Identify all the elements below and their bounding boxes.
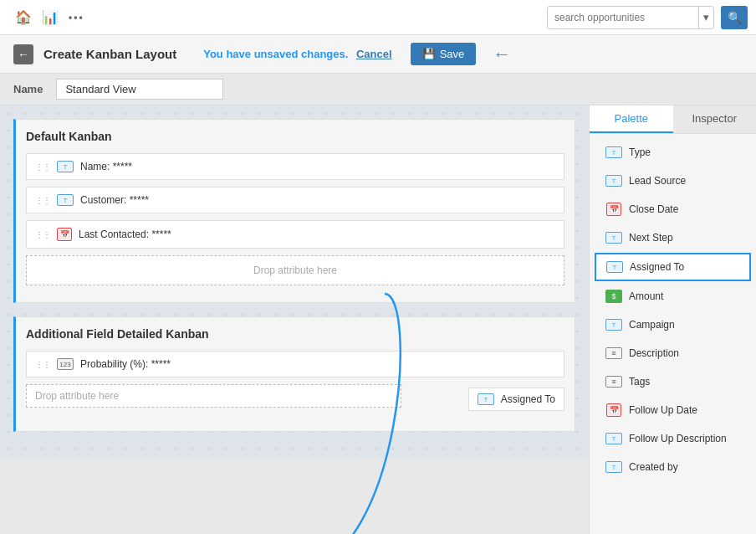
palette-item-label: Created by — [629, 461, 678, 473]
palette-item-label: Type — [629, 146, 651, 158]
follow-up-desc-icon: T — [605, 432, 622, 445]
palette-tabs: Palette Inspector — [590, 105, 756, 134]
name-row: Name — [0, 74, 756, 105]
back-arrow-icon: ← — [13, 44, 33, 64]
drag-handle: ⋮⋮ — [35, 196, 50, 205]
palette-item-description[interactable]: ≡ Description — [595, 340, 751, 367]
palette-item-created-by[interactable]: T Created by — [595, 454, 751, 480]
close-date-icon: 📅 — [605, 203, 622, 216]
topbar: 🏠 📊 ••• ▾ 🔍 — [0, 0, 756, 35]
palette-item-next-step[interactable]: T Next Step — [595, 224, 751, 251]
cancel-link[interactable]: Cancel — [356, 48, 392, 60]
amount-icon: $ — [605, 290, 622, 303]
text-field-icon: T — [57, 161, 74, 172]
palette-item-lead-source[interactable]: T Lead Source — [595, 167, 751, 194]
drag-handle: ⋮⋮ — [35, 360, 50, 369]
canvas-wrapper: Default Kanban ⋮⋮ T Name: ***** ⋮⋮ T Cus… — [0, 105, 589, 534]
palette-item-follow-up-date[interactable]: 📅 Follow Up Date — [595, 397, 751, 424]
palette-item-close-date[interactable]: 📅 Close Date — [595, 196, 751, 223]
number-field-icon: 123 — [57, 358, 74, 370]
field-label: Name: ***** — [80, 161, 132, 172]
palette-panel: Palette Inspector T Type T Lead Source — [589, 105, 756, 534]
search-box: ▾ — [547, 6, 714, 29]
tab-inspector[interactable]: Inspector — [673, 105, 757, 133]
campaign-icon: T — [605, 318, 622, 331]
palette-item-label: Lead Source — [629, 175, 686, 187]
dragged-item-label: Assigned To — [501, 393, 555, 405]
palette-item-label: Amount — [629, 290, 663, 302]
kanban-field-name[interactable]: ⋮⋮ T Name: ***** — [26, 153, 564, 180]
created-by-icon: T — [605, 460, 622, 474]
tab-palette[interactable]: Palette — [590, 105, 673, 133]
palette-item-follow-up-desc[interactable]: T Follow Up Description — [595, 425, 751, 452]
header-row: ← Create Kanban Layout You have unsaved … — [0, 35, 756, 74]
dragged-item[interactable]: T Assigned To — [468, 388, 564, 411]
palette-item-label: Description — [629, 347, 679, 359]
text-field-icon: T — [57, 194, 74, 206]
palette-item-label: Assigned To — [630, 261, 684, 273]
text-field-icon: T — [478, 393, 494, 405]
save-button[interactable]: 💾 Save — [411, 43, 477, 65]
palette-item-label: Follow Up Description — [629, 433, 727, 444]
palette-item-campaign[interactable]: T Campaign — [595, 311, 751, 338]
palette-item-amount[interactable]: $ Amount — [595, 283, 751, 310]
arrow-indicator: ← — [493, 44, 511, 65]
additional-kanban-section: Additional Field Detailed Kanban ⋮⋮ 123 … — [13, 316, 575, 432]
search-dropdown-button[interactable]: ▾ — [698, 7, 713, 28]
palette-item-assigned-to[interactable]: T Assigned To — [595, 253, 751, 281]
kanban-field-probability[interactable]: ⋮⋮ 123 Probability (%): ***** — [26, 351, 564, 377]
canvas-area: Default Kanban ⋮⋮ T Name: ***** ⋮⋮ T Cus… — [0, 105, 589, 459]
save-icon: 💾 — [422, 48, 436, 60]
palette-item-label: Close Date — [629, 203, 678, 215]
additional-kanban-title: Additional Field Detailed Kanban — [26, 327, 564, 341]
palette-item-label: Next Step — [629, 232, 673, 244]
unsaved-message: You have unsaved changes. Cancel — [203, 48, 391, 60]
next-step-icon: T — [605, 231, 622, 244]
name-input[interactable] — [56, 79, 223, 100]
palette-items-list: T Type T Lead Source 📅 Close Date — [590, 134, 756, 534]
chart-icon[interactable]: 📊 — [42, 9, 59, 25]
palette-item-label: Campaign — [629, 319, 675, 331]
drag-handle: ⋮⋮ — [35, 162, 50, 172]
search-input[interactable] — [548, 12, 698, 23]
drop-zone-with-item-row: Drop attribute here T Assigned To — [26, 384, 564, 414]
more-icon[interactable]: ••• — [69, 12, 84, 23]
palette-item-label: Tags — [629, 376, 650, 388]
field-label: Last Contacted: ***** — [79, 228, 171, 240]
kanban-field-customer[interactable]: ⋮⋮ T Customer: ***** — [26, 187, 564, 213]
date-field-icon: 📅 — [57, 228, 72, 241]
field-label: Probability (%): ***** — [80, 358, 171, 370]
field-label: Customer: ***** — [80, 194, 149, 206]
default-kanban-title: Default Kanban — [26, 130, 564, 143]
palette-item-tags[interactable]: ≡ Tags — [595, 368, 751, 395]
tags-icon: ≡ — [605, 375, 622, 388]
follow-up-date-icon: 📅 — [605, 403, 622, 417]
default-kanban-section: Default Kanban ⋮⋮ T Name: ***** ⋮⋮ T Cus… — [13, 119, 575, 303]
lead-source-icon: T — [605, 174, 622, 187]
description-icon: ≡ — [605, 347, 622, 360]
drop-zone-additional[interactable]: Drop attribute here — [26, 384, 401, 408]
search-button[interactable]: 🔍 — [721, 6, 748, 29]
topbar-icons: 🏠 📊 ••• — [15, 9, 84, 25]
drop-zone-default[interactable]: Drop attribute here — [26, 255, 564, 285]
back-button[interactable]: ← — [13, 44, 33, 64]
page-title: Create Kanban Layout — [43, 47, 176, 61]
name-label: Name — [13, 83, 43, 95]
drag-handle: ⋮⋮ — [35, 230, 50, 239]
type-icon: T — [605, 146, 622, 159]
assigned-to-icon: T — [606, 260, 623, 274]
palette-item-label: Follow Up Date — [629, 404, 697, 416]
main-content: Default Kanban ⋮⋮ T Name: ***** ⋮⋮ T Cus… — [0, 105, 756, 534]
palette-item-type[interactable]: T Type — [595, 139, 751, 166]
home-icon[interactable]: 🏠 — [15, 9, 32, 25]
kanban-field-last-contacted[interactable]: ⋮⋮ 📅 Last Contacted: ***** — [26, 220, 564, 249]
